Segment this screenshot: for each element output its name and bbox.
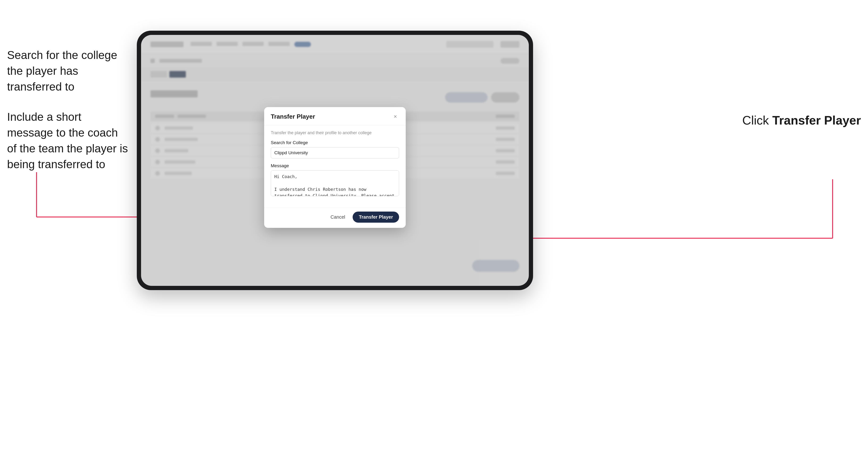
annotation-right-text: Click Transfer Player [742, 113, 861, 127]
transfer-player-modal: Transfer Player × Transfer the player an… [264, 107, 406, 228]
message-textarea[interactable]: Hi Coach, I understand Chris Robertson h… [271, 170, 399, 196]
tablet-screen: Transfer Player × Transfer the player an… [141, 35, 529, 286]
annotation-text-1: Search for the college the player has tr… [7, 47, 130, 95]
annotation-right-bold: Transfer Player [772, 114, 861, 127]
close-icon: × [394, 113, 397, 120]
transfer-player-button[interactable]: Transfer Player [352, 212, 399, 223]
message-group: Message Hi Coach, I understand Chris Rob… [271, 163, 399, 197]
annotation-right: Click Transfer Player [742, 113, 861, 127]
modal-close-button[interactable]: × [392, 113, 399, 120]
message-label: Message [271, 163, 399, 168]
cancel-button[interactable]: Cancel [327, 212, 349, 222]
modal-footer: Cancel Transfer Player [264, 208, 406, 228]
modal-body: Transfer the player and their profile to… [264, 125, 406, 208]
modal-header: Transfer Player × [264, 107, 406, 125]
search-college-label: Search for College [271, 140, 399, 145]
annotation-right-prefix: Click [742, 114, 772, 127]
modal-title: Transfer Player [271, 113, 315, 120]
annotation-left: Search for the college the player has tr… [7, 47, 130, 186]
search-college-input[interactable] [271, 147, 399, 158]
modal-subtitle: Transfer the player and their profile to… [271, 130, 399, 135]
search-college-group: Search for College [271, 140, 399, 158]
modal-overlay: Transfer Player × Transfer the player an… [141, 35, 529, 286]
annotation-text-2: Include a short message to the coach of … [7, 109, 130, 173]
tablet-device: Transfer Player × Transfer the player an… [137, 31, 533, 290]
